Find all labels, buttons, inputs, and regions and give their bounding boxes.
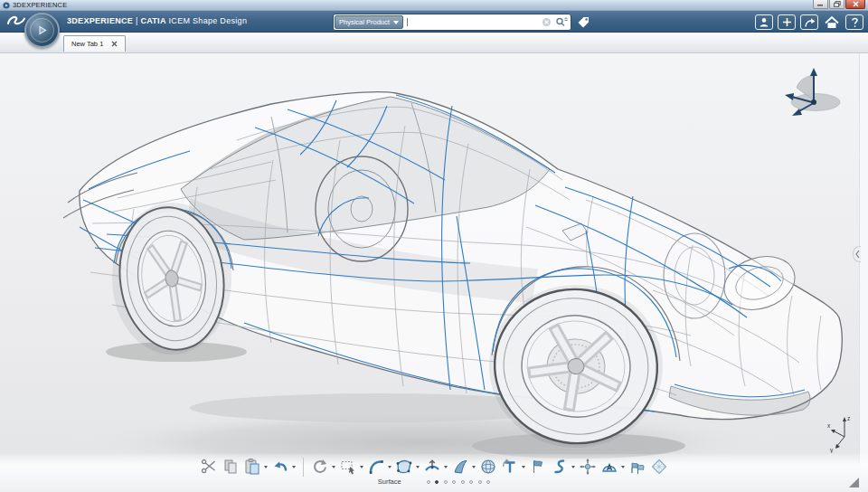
flag-icon	[529, 458, 547, 476]
plus-icon	[782, 17, 792, 27]
dropdown-caret[interactable]	[292, 466, 296, 468]
transform-icon	[579, 458, 597, 476]
resize-grip[interactable]	[849, 478, 859, 487]
undo-button[interactable]	[270, 457, 297, 477]
section-label: Surface	[378, 478, 401, 486]
minimize-button[interactable]	[813, 0, 828, 9]
application-window: 3DEXPERIENCE 3DEXPERIENCE | CAT	[0, 0, 868, 492]
create-curve-icon	[367, 458, 385, 476]
frame-selection-button[interactable]	[338, 457, 364, 477]
dropdown-caret[interactable]	[388, 466, 392, 468]
share-button[interactable]	[800, 14, 818, 30]
curvature-combs-button[interactable]	[627, 457, 647, 477]
help-icon	[850, 17, 860, 28]
net-surface-button[interactable]	[649, 457, 669, 477]
dropdown-caret[interactable]	[522, 466, 525, 468]
tab-strip: New Tab 1	[0, 33, 868, 53]
home-button[interactable]	[823, 14, 841, 30]
axis-label-x: x	[827, 422, 831, 429]
match-curve-button[interactable]	[550, 457, 576, 477]
title-divider: |	[136, 16, 138, 25]
close-icon	[853, 1, 859, 7]
dropdown-caret[interactable]	[621, 466, 625, 468]
page-dots	[427, 480, 491, 484]
flag-analysis-button[interactable]	[528, 457, 548, 477]
search-scope-dropdown[interactable]: Physical Product	[335, 15, 403, 29]
user-profile-button[interactable]	[755, 14, 773, 30]
cut-icon	[200, 458, 218, 476]
tags-icon[interactable]	[577, 16, 590, 28]
clear-search-icon[interactable]	[542, 17, 552, 27]
right-panel-strip	[859, 53, 868, 492]
page-dot-2[interactable]	[444, 480, 448, 484]
blend-surface-button[interactable]	[450, 457, 476, 477]
dropdown-caret[interactable]	[444, 466, 448, 468]
tab-new-tab-1[interactable]: New Tab 1	[63, 35, 126, 52]
compass-ring	[30, 18, 54, 43]
view-compass[interactable]	[779, 64, 850, 120]
app-suffix-text: ICEM Shape Design	[169, 16, 248, 25]
surface-analysis-button[interactable]	[599, 457, 626, 477]
axis-triad: z x y	[825, 412, 857, 453]
page-dot-4[interactable]	[461, 480, 465, 484]
cut-button[interactable]	[199, 457, 219, 477]
modify-surface-button[interactable]	[422, 457, 448, 477]
search-icon[interactable]	[555, 16, 568, 28]
share-arrow-icon	[804, 17, 816, 28]
tab-close-icon[interactable]	[111, 41, 118, 47]
s-curve-icon	[551, 458, 569, 476]
twist-button[interactable]	[500, 457, 526, 477]
dropdown-caret[interactable]	[472, 466, 476, 468]
dropdown-caret[interactable]	[360, 466, 363, 468]
window-titlebar[interactable]: 3DEXPERIENCE	[0, 0, 868, 11]
page-dot-7[interactable]	[486, 480, 490, 484]
chevron-down-icon	[393, 21, 399, 24]
page-dot-0[interactable]	[427, 480, 430, 484]
paste-button[interactable]	[242, 457, 269, 477]
3d-viewport[interactable]: z x y	[0, 53, 868, 492]
transform-button[interactable]	[578, 457, 598, 477]
panel-expand-handle[interactable]	[853, 246, 861, 262]
restore-icon	[834, 1, 841, 7]
update-button[interactable]	[310, 457, 336, 477]
blend-surface-icon	[451, 458, 469, 476]
page-dot-5[interactable]	[469, 480, 473, 484]
dropdown-caret[interactable]	[264, 466, 268, 468]
curvature-combs-icon	[628, 458, 646, 476]
create-curve-button[interactable]	[366, 457, 392, 477]
action-bar-pager: Surface	[378, 478, 490, 486]
car-wireframe-model[interactable]	[0, 53, 868, 492]
modify-surface-icon	[423, 458, 441, 476]
axis-label-z: z	[847, 415, 850, 421]
frame-selection-icon	[339, 458, 357, 476]
close-button[interactable]	[845, 0, 865, 9]
search-bar[interactable]: Physical Product	[333, 14, 571, 31]
dropdown-caret[interactable]	[332, 466, 335, 468]
page-dot-3[interactable]	[452, 480, 456, 484]
sphere-button[interactable]	[478, 457, 498, 477]
app-title: 3DEXPERIENCE | CATIA ICEM Shape Design	[67, 16, 247, 25]
app-header: 3DEXPERIENCE | CATIA ICEM Shape Design P…	[0, 11, 868, 33]
header-icon-group	[755, 14, 863, 30]
action-bar-tools	[199, 457, 669, 477]
twist-icon	[501, 458, 519, 476]
axis-label-y: y	[830, 447, 834, 453]
copy-button[interactable]	[221, 457, 241, 477]
sphere-icon	[479, 458, 497, 476]
page-dot-1[interactable]	[435, 480, 439, 484]
dropdown-caret[interactable]	[571, 466, 575, 468]
user-icon	[759, 17, 769, 27]
page-dot-6[interactable]	[478, 480, 482, 484]
search-scope-label: Physical Product	[339, 18, 390, 26]
undo-icon	[271, 458, 289, 476]
create-patch-button[interactable]	[394, 457, 420, 477]
app-name-text: CATIA	[140, 16, 165, 25]
add-content-button[interactable]	[778, 14, 796, 30]
help-button[interactable]	[845, 14, 863, 30]
toolbar-separator	[303, 458, 304, 477]
minimize-icon	[817, 2, 824, 6]
dome-analysis-icon	[600, 458, 618, 476]
compass-menu-button[interactable]	[24, 13, 60, 48]
dropdown-caret[interactable]	[416, 466, 420, 468]
restore-button[interactable]	[829, 0, 844, 9]
